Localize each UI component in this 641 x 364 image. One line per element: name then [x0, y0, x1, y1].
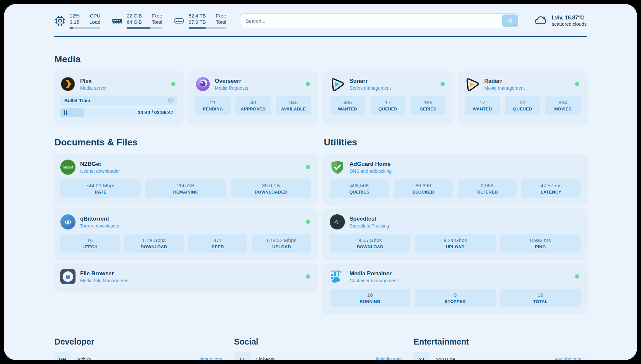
bookmark-url[interactable]: youtube.com	[555, 356, 581, 360]
stat-box: 471 SEED	[188, 234, 248, 253]
cpu-load-label: Load	[89, 19, 100, 25]
bookmark-youtube[interactable]: YT YouTube youtube.com	[413, 352, 587, 360]
app-card-plex[interactable]: Plex Media server Bullet Train	[54, 71, 183, 123]
stat-box: 86,396 BLOCKED	[394, 179, 453, 198]
disk-icon	[173, 13, 185, 28]
search-engine-button[interactable]: G	[502, 15, 518, 27]
stat-label: WANTED	[338, 106, 357, 111]
stat-label: REMAINING	[173, 190, 198, 195]
app-subtitle: Media Requests	[215, 85, 248, 91]
bookmark-url[interactable]: github.com	[199, 356, 222, 360]
stat-value: 16	[537, 292, 543, 298]
bookmark-name: YouTube	[436, 356, 555, 360]
app-card-speedtest[interactable]: Speedtest Speedtest Tracking 9.65 Gbps D…	[324, 209, 587, 258]
media-section-title: Media	[54, 54, 587, 65]
app-card-radarr[interactable]: Radarr Movie management 17 WANTED 22 QUE…	[459, 71, 587, 123]
stat-value: 834	[559, 100, 567, 106]
bookmark-github[interactable]: GH Github github.com	[54, 352, 228, 360]
stat-box: 39.6 TB DOWNLOADED	[231, 179, 311, 198]
stat-label: RATE	[95, 190, 107, 195]
app-card-filebrowser[interactable]: File Browser Media File Management	[54, 264, 317, 289]
stat-label: LATENCY	[541, 190, 562, 195]
disk-free-label: Free	[216, 13, 226, 19]
stat-value: 945	[289, 100, 298, 106]
stat-label: RUNNING	[360, 299, 381, 304]
stat-box: 9.24 Gbps UPLOAD	[415, 234, 495, 253]
status-dot	[306, 274, 310, 279]
app-subtitle: Container management	[350, 278, 398, 283]
dashboard-page: 12% 3.15 CPU Load 22 GiB 64 GiB	[4, 4, 637, 360]
section-social: Social LI LinkedIn linkedin.com TW Twitt…	[234, 337, 407, 360]
cpu-load-value: 3.15	[70, 19, 79, 25]
status-dot	[306, 82, 310, 86]
stat-label: UPLOAD	[272, 244, 291, 249]
gear-icon[interactable]	[167, 97, 173, 105]
speedtest-icon	[330, 214, 345, 229]
stat-label: STOPPED	[444, 299, 466, 304]
bookmark-url[interactable]: linkedin.com	[376, 356, 402, 360]
stat-value: 86,396	[415, 183, 431, 189]
stat-label: DOWNLOAD	[140, 244, 167, 249]
app-name: NZBGet	[80, 161, 120, 167]
stat-value: 744.21 Mbps	[86, 183, 115, 189]
stat-label: AVAILABLE	[281, 106, 306, 111]
stat-value: 485	[343, 100, 352, 106]
app-card-overseerr[interactable]: Overseerr Media Requests 21 PENDING 40 A…	[189, 71, 318, 123]
nzbget-icon: nzbget	[60, 160, 76, 175]
status-dot	[441, 82, 445, 86]
weather-location-temp: Lviv, 16.87°C	[552, 15, 587, 21]
stat-box: 0 STOPPED	[415, 289, 495, 307]
search-input[interactable]	[240, 14, 519, 28]
stat-label: DOWNLOAD	[357, 244, 383, 249]
stat-value: 9.65 Gbps	[358, 237, 382, 243]
stat-box: 0.993 ms PING	[500, 234, 581, 253]
stat-box: 2,953 FILTERED	[458, 179, 517, 198]
stat-label: QUERIES	[350, 190, 370, 195]
sonarr-icon	[330, 76, 345, 92]
stat-value: 16	[87, 237, 93, 243]
stat-box: 196 SERIES	[410, 96, 446, 115]
weather-widget: Lviv, 16.87°C scattered clouds	[533, 14, 587, 28]
app-card-portainer[interactable]: Media Portainer Container management 16 …	[324, 264, 587, 313]
stat-label: QUEUED	[379, 106, 397, 111]
app-name: Plex	[80, 78, 107, 84]
stat-label: SERIES	[420, 106, 436, 111]
social-section-title: Social	[234, 337, 407, 347]
cpu-usage-value: 12%	[70, 13, 79, 19]
stat-box: 744.21 Mbps RATE	[60, 179, 141, 198]
app-subtitle: Series management	[350, 85, 391, 91]
stat-box: 498,508 QUERIES	[330, 179, 389, 198]
stat-box: 47.57 ms LATENCY	[521, 179, 581, 198]
stat-value: 618.52 Mbps	[267, 237, 296, 243]
memory-progress-bar	[127, 27, 162, 29]
pause-icon[interactable]	[64, 110, 67, 115]
app-name: qBittorrent	[80, 216, 120, 222]
stat-box: 22 QUEUED	[505, 96, 540, 115]
app-subtitle: Torrent downloader	[80, 223, 120, 228]
stat-box: 16 RUNNING	[330, 289, 410, 307]
disk-progress-bar	[189, 27, 226, 29]
bookmark-linkedin[interactable]: LI LinkedIn linkedin.com	[234, 352, 407, 360]
app-subtitle: Speedtest Tracking	[350, 223, 389, 228]
stat-value: 17	[385, 100, 391, 106]
stat-box: 40 APPROVED	[235, 96, 271, 115]
status-dot	[306, 165, 310, 169]
stat-value: 39.6 TB	[262, 183, 280, 189]
disk-free-value: 52.4 TB	[189, 13, 206, 19]
now-playing-row: Bullet Train	[60, 96, 177, 106]
search-bar: G	[240, 14, 519, 28]
stat-label: LEECH	[82, 244, 98, 249]
app-card-adguard[interactable]: AdGuard Home DNS and adblocking 498,508 …	[324, 154, 587, 203]
stat-value: 0.993 ms	[530, 237, 551, 243]
app-card-nzbget[interactable]: nzbget NZBGet Usenet downloader 744.21 M…	[54, 154, 317, 203]
documents-section-title: Documents & Files	[54, 137, 317, 148]
section-media: Media Plex Media server	[54, 54, 587, 123]
stat-box: 17 WANTED	[465, 96, 500, 115]
app-name: Radarr	[484, 78, 525, 84]
stat-value: 21	[210, 100, 216, 106]
stat-box: 485 WANTED	[330, 96, 365, 115]
app-card-qbittorrent[interactable]: qb qBittorrent Torrent downloader 16 LEE…	[54, 209, 317, 258]
app-name: Speedtest	[350, 216, 389, 222]
app-card-sonarr[interactable]: Sonarr Series management 485 WANTED 17 Q…	[324, 71, 452, 123]
stat-label: TOTAL	[533, 299, 548, 304]
